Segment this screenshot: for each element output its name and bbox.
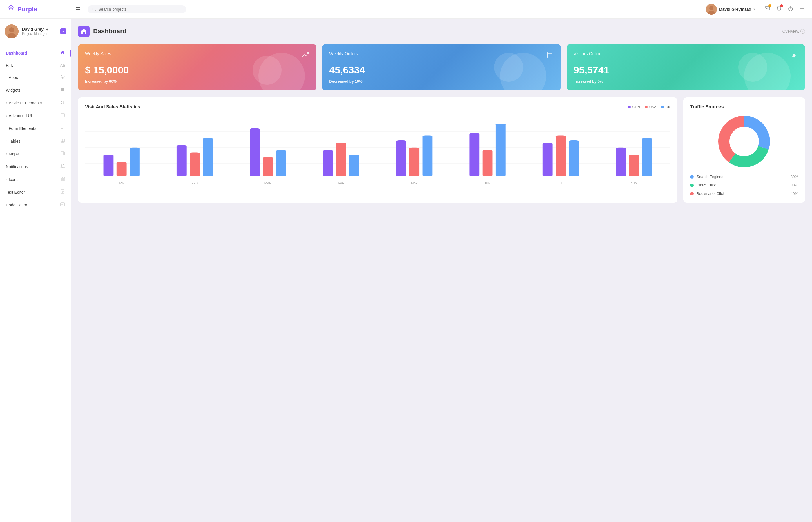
stat-card-icon-1 <box>301 51 309 61</box>
stat-card-change-3: Increased by 5% <box>574 79 798 83</box>
sidebar-item-tables[interactable]: ‹ Tables <box>0 135 71 147</box>
chart-title: Visit And Sales Statistics <box>85 104 140 109</box>
basic-ui-icon <box>60 100 65 106</box>
list-icon-button[interactable] <box>799 5 805 13</box>
overview-info-icon: i <box>800 29 805 34</box>
page-title: Dashboard <box>93 27 126 35</box>
traffic-dot-bookmarks <box>690 192 694 196</box>
notifications-icon <box>60 164 65 169</box>
svg-rect-12 <box>61 88 64 89</box>
traffic-label-direct: Direct Click <box>696 183 788 187</box>
svg-point-9 <box>9 27 14 33</box>
stat-card-change-2: Decreased by 10% <box>329 79 554 83</box>
stat-card-change-1: Increased by 60% <box>85 79 309 83</box>
sidebar-item-rtl[interactable]: RTL Aa <box>0 59 71 71</box>
sidebar-label-icons: Icons <box>9 177 60 182</box>
home-icon <box>60 50 65 56</box>
hamburger-button[interactable]: ☰ <box>75 6 81 13</box>
svg-rect-14 <box>61 90 64 91</box>
bar-chart-labels: JAN FEB MAR APR MAY JUN JUL AUG <box>85 182 670 185</box>
svg-line-40 <box>62 204 63 205</box>
form-icon <box>60 125 65 132</box>
sidebar-item-text-editor[interactable]: Text Editor <box>0 186 71 199</box>
bar-label-jul: JUL <box>524 182 597 185</box>
tables-icon <box>60 138 65 144</box>
traffic-dot-direct <box>690 184 694 187</box>
sidebar-item-maps[interactable]: ‹ Maps <box>0 147 71 160</box>
search-icon <box>92 7 96 11</box>
legend-label-uk: UK <box>666 105 670 109</box>
page-title-icon <box>78 25 89 37</box>
traffic-item-direct: Direct Click 30% <box>690 183 798 187</box>
sidebar-label-basic-ui: Basic UI Elements <box>9 101 60 105</box>
svg-point-15 <box>61 101 64 104</box>
legend-dot-uk <box>661 105 664 108</box>
active-indicator <box>70 49 71 57</box>
svg-rect-31 <box>61 177 62 179</box>
stat-card-icon-2 <box>546 51 554 61</box>
sidebar-item-widgets[interactable]: Widgets <box>0 84 71 97</box>
mail-badge <box>769 4 771 7</box>
apps-icon <box>60 75 65 80</box>
bar-label-jan: JAN <box>85 182 158 185</box>
stat-card-label-3: Visitors Online <box>574 51 602 56</box>
svg-rect-32 <box>63 177 64 179</box>
chevron-icon: ‹ <box>6 152 7 156</box>
sidebar-item-apps[interactable]: ‹ Apps <box>0 71 71 84</box>
charts-row: Visit And Sales Statistics CHN USA UK <box>78 97 805 203</box>
bar-apr-uk <box>349 155 359 176</box>
svg-rect-26 <box>61 152 64 155</box>
bar-apr-usa <box>336 143 346 176</box>
sidebar-item-code-editor[interactable]: Code Editor <box>0 199 71 212</box>
svg-rect-17 <box>61 114 64 117</box>
bar-feb-uk <box>203 138 213 176</box>
rtl-icon: Aa <box>60 63 65 67</box>
search-bar[interactable] <box>87 5 186 13</box>
sidebar-label-rtl: RTL <box>6 63 60 67</box>
bar-feb-usa <box>190 152 200 176</box>
bar-mar-chn <box>250 128 260 176</box>
power-icon-button[interactable] <box>788 5 793 13</box>
legend-uk: UK <box>661 105 670 109</box>
chevron-icon: ‹ <box>6 101 7 105</box>
chevron-icon: ‹ <box>6 114 7 118</box>
traffic-dot-search <box>690 175 694 179</box>
traffic-chart-title: Traffic Sources <box>690 104 724 109</box>
sidebar-item-dashboard[interactable]: Dashboard <box>0 47 71 59</box>
visit-sales-chart-card: Visit And Sales Statistics CHN USA UK <box>78 97 677 203</box>
advanced-ui-icon <box>60 113 65 119</box>
svg-rect-13 <box>61 89 64 90</box>
sidebar-item-icons[interactable]: ‹ Icons <box>0 173 71 186</box>
traffic-pct-bookmarks: 40% <box>791 192 798 196</box>
chevron-icon: ‹ <box>6 126 7 130</box>
sidebar-user-name: David Grey. H <box>22 27 57 32</box>
sidebar-item-form-elements[interactable]: ‹ Form Elements <box>0 122 71 135</box>
bar-label-mar: MAR <box>231 182 304 185</box>
user-menu[interactable]: David Greymaax ▾ <box>706 4 755 15</box>
svg-rect-4 <box>765 7 770 10</box>
sidebar-verified-badge: ✓ <box>60 28 66 34</box>
bar-mar-uk <box>276 150 286 176</box>
sidebar-label-code-editor: Code Editor <box>6 203 60 207</box>
sidebar-item-basic-ui[interactable]: ‹ Basic UI Elements <box>0 97 71 109</box>
mail-icon-button[interactable] <box>765 5 770 13</box>
sidebar-label-form-elements: Form Elements <box>9 126 60 131</box>
bar-jun-uk <box>495 123 506 176</box>
bell-icon-button[interactable] <box>776 5 782 13</box>
legend-dot-usa <box>645 105 648 108</box>
bar-aug-chn <box>616 147 626 176</box>
overview-button[interactable]: Overview i <box>783 29 805 34</box>
donut-chart-svg <box>718 116 770 168</box>
bar-may-chn <box>396 140 406 176</box>
sidebar-label-widgets: Widgets <box>6 88 60 93</box>
sidebar-label-advanced-ui: Advanced UI <box>9 114 60 118</box>
search-input[interactable] <box>98 7 182 12</box>
bar-jan-chn <box>103 155 114 176</box>
sidebar-item-notifications[interactable]: Notifications <box>0 160 71 173</box>
sidebar-item-advanced-ui[interactable]: ‹ Advanced UI <box>0 109 71 122</box>
svg-rect-22 <box>61 139 64 142</box>
bar-label-may: MAY <box>378 182 451 185</box>
traffic-pct-direct: 30% <box>791 183 798 187</box>
svg-rect-33 <box>61 179 62 181</box>
bar-feb-chn <box>177 145 187 176</box>
